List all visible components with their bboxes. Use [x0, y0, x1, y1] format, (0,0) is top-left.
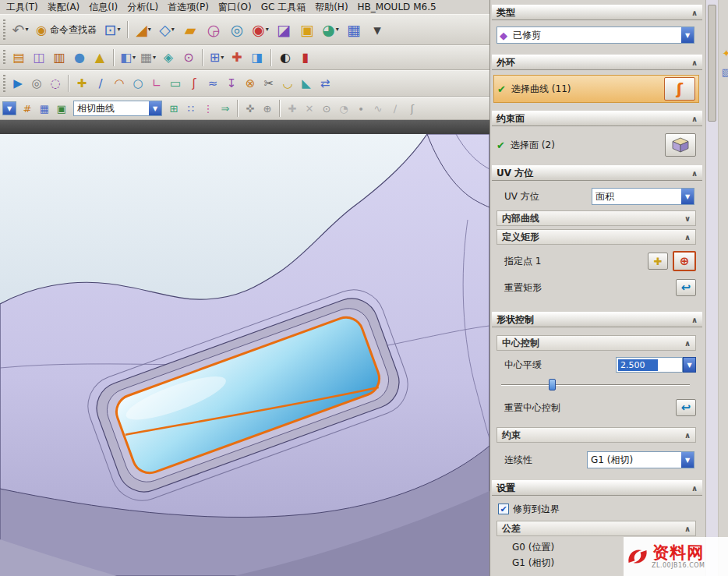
- reset-center-button[interactable]: ↩: [676, 399, 696, 416]
- trim-boundary-checkbox[interactable]: ✔: [498, 504, 509, 514]
- menu-information[interactable]: 信息(I): [84, 0, 122, 15]
- dropdown-arrow-icon[interactable]: ▾: [148, 27, 151, 33]
- mirror-curve-icon[interactable]: ⇄: [316, 74, 334, 93]
- menu-tools[interactable]: 工具(T): [2, 0, 43, 15]
- dropdown-arrow-icon[interactable]: ▼: [3, 102, 16, 115]
- chevron-up-icon[interactable]: ∧: [684, 339, 691, 348]
- menu-hb-mould[interactable]: HB_MOULD M6.5: [353, 1, 441, 13]
- chevron-up-icon[interactable]: ∧: [691, 316, 698, 324]
- more-commands-icon[interactable]: ▾: [366, 18, 389, 41]
- menu-window[interactable]: 窗口(O): [214, 0, 256, 15]
- datum-csys-icon[interactable]: ✚: [227, 48, 247, 68]
- chevron-up-icon[interactable]: ∧: [684, 233, 691, 242]
- select-curve-row[interactable]: ✔ 选择曲线 (11) ʃ: [493, 75, 699, 103]
- point-on-curve-snap-icon[interactable]: ∿: [369, 100, 387, 117]
- line-icon[interactable]: ∕: [91, 74, 110, 93]
- profile-icon[interactable]: ∟: [147, 74, 166, 93]
- plane-grid-icon[interactable]: ▦: [36, 100, 53, 117]
- apply-arrow-icon[interactable]: ⇒: [217, 100, 234, 117]
- docked-tool-icon-1[interactable]: ✦: [719, 45, 728, 61]
- extrude-icon[interactable]: ▰: [178, 18, 202, 41]
- point-on-face-snap-icon[interactable]: ∕: [387, 100, 404, 117]
- unite-icon[interactable]: ◉▾: [249, 18, 272, 41]
- trim-body-icon[interactable]: ◪: [272, 18, 295, 41]
- enable-filter-icon[interactable]: ▣: [53, 100, 70, 117]
- vertical-scrollbar[interactable]: [705, 0, 718, 576]
- edge-blend-icon[interactable]: ◕▾: [319, 18, 342, 41]
- point-cloud-icon[interactable]: ∷: [182, 100, 200, 117]
- section-header-internal-curves[interactable]: 内部曲线 ∨: [497, 210, 696, 226]
- menu-analysis[interactable]: 分析(L): [122, 0, 163, 15]
- shell-icon[interactable]: ▣: [295, 18, 319, 41]
- section-header-constraints[interactable]: 约束 ∧: [497, 427, 696, 443]
- toolbar-grip[interactable]: [3, 50, 5, 65]
- select-face-button[interactable]: [665, 133, 696, 157]
- intersection-curve-icon[interactable]: ⊗: [241, 74, 260, 93]
- menu-gc-toolbox[interactable]: GC 工具箱: [256, 0, 311, 15]
- dropdown-arrow-icon[interactable]: ▾: [221, 55, 224, 61]
- select-curve-button[interactable]: ʃ: [664, 77, 695, 101]
- section-header-type[interactable]: 类型 ∧: [492, 5, 702, 20]
- menu-preferences[interactable]: 首选项(P): [163, 0, 214, 15]
- curve-rule-combo[interactable]: 相切曲线 ▼: [73, 101, 162, 116]
- section-header-settings[interactable]: 设置 ∧: [492, 480, 702, 496]
- selection-scope-combo[interactable]: ▼: [2, 101, 16, 115]
- menu-assemblies[interactable]: 装配(A): [43, 0, 85, 15]
- chevron-up-icon[interactable]: ∧: [691, 115, 698, 123]
- dropdown-arrow-icon[interactable]: ▾: [117, 27, 120, 33]
- chevron-up-icon[interactable]: ∧: [684, 431, 691, 440]
- section-header-shape-control[interactable]: 形状控制 ∧: [492, 312, 702, 327]
- type-combo[interactable]: ◆ 已修剪 ▼: [497, 27, 694, 44]
- compass-snap-icon[interactable]: ✜: [242, 100, 259, 117]
- endpoint-snap-icon[interactable]: ✚: [284, 100, 301, 117]
- fillet-curve-icon[interactable]: ◡: [278, 74, 297, 93]
- view-orient-icon[interactable]: ◨: [247, 48, 267, 68]
- undo-icon[interactable]: ↶▾: [9, 18, 32, 41]
- midpoint-snap-icon[interactable]: ⊕: [259, 100, 276, 117]
- pan-view-icon[interactable]: ◈: [158, 48, 178, 68]
- chevron-up-icon[interactable]: ∧: [691, 9, 698, 17]
- point-dialog-button[interactable]: ✚: [648, 253, 668, 270]
- arc-icon[interactable]: ◠: [110, 74, 129, 93]
- menu-help[interactable]: 帮助(H): [310, 0, 352, 15]
- chevron-up-icon[interactable]: ∧: [684, 525, 691, 533]
- hole-icon[interactable]: ◎: [225, 18, 249, 41]
- grid-snap-icon[interactable]: #: [19, 100, 36, 117]
- center-flat-input[interactable]: 2.500: [616, 357, 683, 373]
- circle-icon[interactable]: ○: [129, 74, 147, 93]
- project-curve-icon[interactable]: ↧: [222, 74, 241, 93]
- sphere-display-icon[interactable]: ●: [69, 48, 90, 68]
- value-options-arrow-icon[interactable]: ▼: [683, 357, 696, 373]
- section-view-icon[interactable]: ◌: [46, 74, 65, 93]
- render-style-icon[interactable]: ◐: [275, 48, 295, 68]
- dropdown-arrow-icon[interactable]: ▾: [25, 27, 28, 33]
- snap-scope-icon[interactable]: ⊞: [165, 100, 182, 117]
- quadrant-snap-icon[interactable]: ◔: [335, 100, 352, 117]
- section-header-constraint-faces[interactable]: 约束面 ∧: [492, 111, 702, 126]
- dropdown-arrow-icon[interactable]: ▾: [133, 55, 136, 61]
- chevron-up-icon[interactable]: ∧: [691, 484, 698, 493]
- section-header-uv[interactable]: UV 方位 ∧: [492, 165, 702, 181]
- trim-curve-icon[interactable]: ✂: [260, 74, 278, 93]
- center-snap-icon[interactable]: ⊙: [318, 100, 335, 117]
- offset-curve-icon[interactable]: ≈: [203, 74, 222, 93]
- specify-point-button[interactable]: ⊕: [673, 251, 696, 271]
- center-flat-slider[interactable]: [501, 379, 690, 391]
- datum-plane-icon[interactable]: ◇▾: [155, 18, 178, 41]
- intersection-snap-icon[interactable]: ✕: [301, 100, 318, 117]
- zoom-view-icon[interactable]: ⊙: [178, 48, 199, 68]
- dropdown-arrow-icon[interactable]: ▼: [681, 189, 694, 204]
- info-window-icon[interactable]: ▤: [9, 48, 29, 68]
- shaded-display-icon[interactable]: ◧▾: [118, 48, 138, 68]
- section-header-center-control[interactable]: 中心控制 ∧: [497, 335, 696, 351]
- wireframe-display-icon[interactable]: ▦▾: [138, 48, 158, 68]
- slider-track[interactable]: [501, 384, 690, 386]
- toolbar-grip[interactable]: [3, 75, 5, 91]
- snap-view-icon[interactable]: ⊞▾: [207, 48, 227, 68]
- select-face-row[interactable]: ✔ 选择面 (2): [493, 131, 699, 159]
- dropdown-arrow-icon[interactable]: ▾: [171, 27, 175, 33]
- tree-layout-icon[interactable]: ⋮: [200, 100, 217, 117]
- dropdown-arrow-icon[interactable]: ▼: [149, 101, 161, 115]
- chevron-down-icon[interactable]: ∨: [684, 214, 691, 223]
- continuity-combo[interactable]: G1 (相切) ▼: [587, 451, 694, 468]
